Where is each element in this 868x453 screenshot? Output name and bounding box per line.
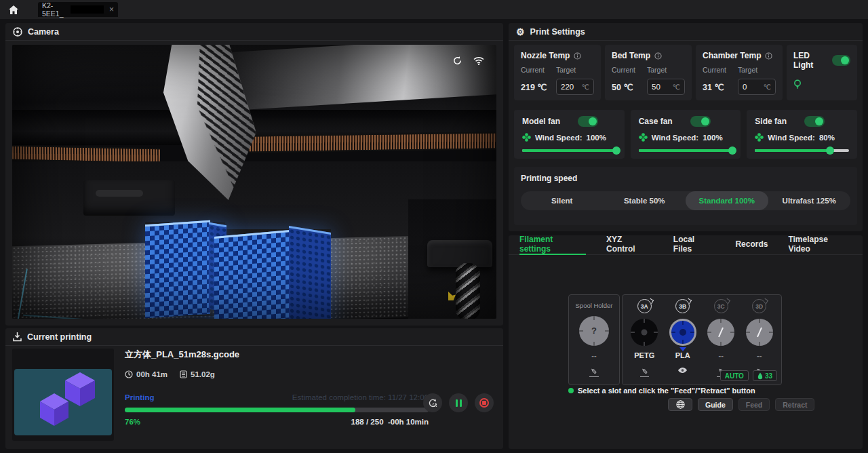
nozzle-temp-label: Nozzle Temp — [521, 51, 570, 60]
feed-button[interactable]: Feed — [738, 398, 770, 411]
camera-panel: Camera — [5, 23, 503, 326]
gear-icon — [516, 26, 525, 37]
wind-speed-label: Wind Speed: — [535, 134, 583, 142]
edit-pencil-icon[interactable] — [640, 363, 649, 377]
retract-button[interactable]: Retract — [775, 398, 814, 411]
unknown-material-mark: ? — [591, 326, 597, 336]
nozzle-temp-card: Nozzle Temp CurrentTarget 219 ℃ ℃ — [514, 45, 601, 100]
chamber-temp-label: Chamber Temp — [703, 51, 761, 60]
info-icon[interactable] — [654, 52, 662, 60]
lower-right-panel: Filament settings XYZ Control Local File… — [509, 235, 863, 449]
timing-belt-right — [241, 132, 496, 153]
current-label: Current — [612, 66, 647, 74]
estimated-completion: Estimated completion time: 11/27 12:06 — [292, 393, 429, 401]
speed-option-ultrafast[interactable]: Ultrafast 125% — [768, 191, 851, 210]
layers-remaining: 188 / 250 -00h 10min — [351, 418, 429, 426]
speed-option-silent[interactable]: Silent — [521, 191, 604, 210]
target-label: Target — [647, 66, 667, 74]
spool-holder-material: -- — [591, 351, 596, 359]
filament-weight-icon — [180, 370, 187, 378]
eye-icon[interactable] — [677, 363, 688, 376]
tab-xyz-control[interactable]: XYZ Control — [606, 235, 653, 255]
tab-local-files[interactable]: Local Files — [673, 235, 715, 255]
speed-option-standard[interactable]: Standard 100% — [686, 191, 768, 210]
info-icon[interactable] — [574, 52, 581, 60]
current-label: Current — [521, 66, 556, 74]
info-icon[interactable] — [765, 52, 772, 60]
nozzle-target-input[interactable] — [561, 83, 581, 91]
case-fan-toggle[interactable] — [690, 116, 711, 127]
slot-3a-material: PETG — [634, 351, 654, 359]
model-fan-slider-knob[interactable] — [612, 146, 620, 155]
slot-3a-badge: 3A — [637, 299, 652, 313]
chamber-temp-card: Chamber Temp CurrentTarget 31 ℃ ℃ — [696, 45, 783, 100]
pause-button[interactable] — [449, 393, 468, 412]
chamber-current-temp: 31 ℃ — [703, 82, 738, 92]
tab-timelapse-video[interactable]: Timelapse Video — [788, 235, 852, 255]
tab-close-icon[interactable]: × — [109, 5, 114, 14]
device-tab[interactable]: K2-5EE1_ × — [38, 2, 118, 17]
timelapse-button[interactable] — [423, 393, 442, 412]
refresh-icon[interactable] — [452, 56, 462, 66]
model-fan-slider[interactable] — [522, 149, 616, 152]
bed-target-input[interactable] — [652, 83, 672, 91]
language-globe-button[interactable] — [668, 398, 692, 411]
case-fan-label: Case fan — [639, 117, 673, 126]
slot-3c-spool[interactable] — [707, 319, 734, 346]
led-light-card: LED Light — [787, 45, 857, 100]
home-icon[interactable] — [0, 5, 27, 14]
slot-3a-spool[interactable] — [631, 319, 658, 346]
bed-current-temp: 50 ℃ — [612, 82, 647, 92]
slot-3b-spool[interactable] — [669, 319, 696, 346]
bed-target-input-box: ℃ — [647, 79, 685, 95]
thumb-cube-back — [65, 372, 95, 406]
print-progress-bar — [125, 408, 429, 412]
side-fan-toggle[interactable] — [804, 116, 825, 127]
device-tab-title: K2-5EE1_ — [42, 1, 69, 18]
model-fan-toggle[interactable] — [578, 116, 598, 127]
slot-3d-spool[interactable] — [746, 319, 773, 346]
current-printing-panel: Current printing 立方体_PLA_51m28s.gcode 00… — [5, 328, 503, 449]
guide-button[interactable]: Guide — [698, 398, 733, 411]
print-settings-title: Print Settings — [530, 27, 585, 37]
tab-records[interactable]: Records — [735, 235, 768, 255]
slot-3c-material: -- — [719, 351, 724, 359]
stop-button[interactable] — [475, 393, 494, 412]
bed-spring — [456, 263, 480, 319]
bed-temp-label: Bed Temp — [612, 51, 650, 60]
chamber-target-input[interactable] — [743, 83, 763, 91]
printing-speed-segmented-control: Silent Stable 50% Standard 100% Ultrafas… — [521, 191, 850, 210]
printed-cube-left — [145, 222, 225, 316]
slot-3b-material: PLA — [675, 351, 690, 359]
slot-3d-material: -- — [757, 351, 762, 359]
edit-pencil-icon[interactable] — [589, 363, 598, 377]
thumb-cube-front — [40, 393, 68, 426]
slot-3a: 3A PETG — [625, 299, 664, 385]
top-bar: K2-5EE1_ × — [0, 0, 868, 19]
speed-option-stable[interactable]: Stable 50% — [604, 191, 686, 210]
side-fan-slider-knob[interactable] — [826, 146, 834, 155]
print-thumbnail — [12, 349, 114, 441]
unit-label: ℃ — [764, 83, 771, 91]
slot-3c-badge: 3C — [714, 299, 728, 313]
case-fan-slider[interactable] — [639, 149, 733, 152]
target-label: Target — [738, 66, 757, 74]
bed-temp-card: Bed Temp CurrentTarget 50 ℃ ℃ — [605, 45, 692, 100]
camera-live-view — [12, 45, 496, 319]
led-bulb-icon — [793, 79, 802, 90]
led-light-toggle[interactable] — [832, 55, 850, 66]
target-label: Target — [556, 66, 576, 74]
print-weight: 51.02g — [180, 370, 215, 378]
pause-icon — [456, 399, 462, 407]
bed-bracket — [427, 240, 492, 267]
tab-filament-settings[interactable]: Filament settings — [519, 235, 586, 255]
spool-holder-circle[interactable]: ? — [579, 316, 609, 346]
print-status: Printing — [125, 393, 154, 401]
slot-instruction: Select a slot and click the "Feed"/"Retr… — [568, 387, 755, 395]
auto-badge: AUTO — [720, 370, 749, 381]
side-fan-slider[interactable] — [755, 149, 849, 152]
slot-instruction-text: Select a slot and click the "Feed"/"Retr… — [578, 387, 755, 395]
slot-3d-badge: 3D — [752, 299, 766, 313]
case-fan-slider-knob[interactable] — [728, 146, 736, 155]
camera-overlay-controls — [452, 56, 484, 66]
